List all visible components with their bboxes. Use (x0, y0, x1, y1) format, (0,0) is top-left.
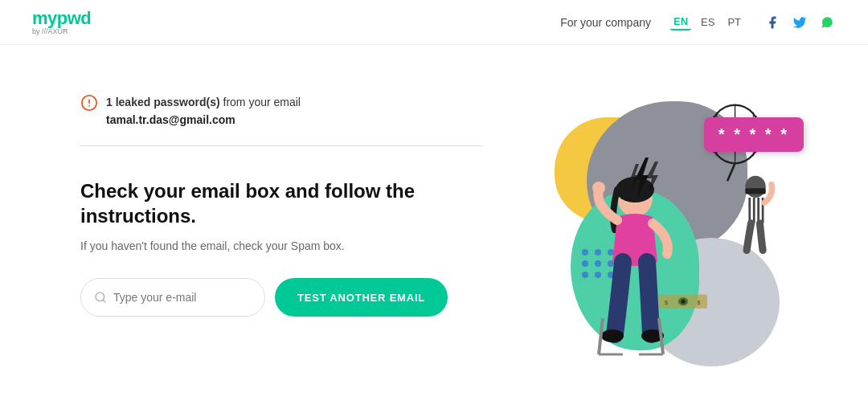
logo-mypwd: mypwd (32, 10, 91, 27)
left-panel: 1 leaked password(s) from your email tam… (80, 93, 482, 317)
illustration-panel: * * * * * (482, 93, 836, 366)
header: mypwd by ///AXUR For your company EN ES … (0, 0, 868, 45)
password-box: * * * * * (704, 117, 804, 152)
svg-line-35 (659, 318, 663, 354)
svg-point-32 (601, 329, 624, 342)
for-company-link[interactable]: For your company (560, 16, 651, 29)
social-icons (764, 14, 836, 31)
woman-figure (555, 174, 699, 358)
whatsapp-icon[interactable] (818, 14, 836, 31)
test-another-email-button[interactable]: TEST ANOTHER EMAIL (275, 278, 448, 317)
lang-en[interactable]: EN (670, 14, 691, 31)
twitter-icon[interactable] (791, 14, 809, 31)
email-input-wrap (80, 278, 265, 317)
password-asterisks: * * * * * (719, 125, 789, 144)
burglar-figure (731, 174, 780, 254)
illustration: * * * * * (506, 93, 812, 366)
logo-area: mypwd by ///AXUR (32, 10, 91, 35)
shock-lines (631, 158, 663, 198)
leak-count: 1 leaked password(s) from your email (106, 96, 301, 108)
svg-point-2 (88, 105, 90, 107)
leak-notice: 1 leaked password(s) from your email tam… (80, 93, 482, 146)
svg-point-31 (592, 182, 605, 194)
svg-rect-39 (745, 188, 765, 194)
email-input[interactable] (113, 291, 252, 304)
warning-icon (80, 94, 98, 112)
instructions-heading: Check your email box and follow the inst… (80, 178, 482, 228)
lang-switcher: EN ES PT (670, 14, 744, 31)
instructions-sub: If you haven't found the email, check yo… (80, 239, 482, 252)
search-icon (94, 291, 107, 304)
svg-line-34 (599, 318, 603, 354)
facebook-icon[interactable] (764, 14, 781, 31)
action-row: TEST ANOTHER EMAIL (80, 278, 482, 317)
lang-es[interactable]: ES (698, 14, 718, 30)
svg-line-4 (103, 300, 105, 302)
logo-sub: by ///AXUR (32, 28, 91, 35)
header-right: For your company EN ES PT (560, 14, 836, 31)
leak-text: 1 leaked password(s) from your email tam… (106, 93, 301, 129)
svg-marker-28 (631, 164, 639, 191)
leak-email: tamal.tr.das@gmail.com (106, 111, 301, 129)
svg-line-25 (727, 163, 735, 180)
main-content: 1 leaked password(s) from your email tam… (0, 45, 868, 405)
lang-pt[interactable]: PT (724, 14, 744, 30)
svg-marker-27 (646, 162, 658, 194)
